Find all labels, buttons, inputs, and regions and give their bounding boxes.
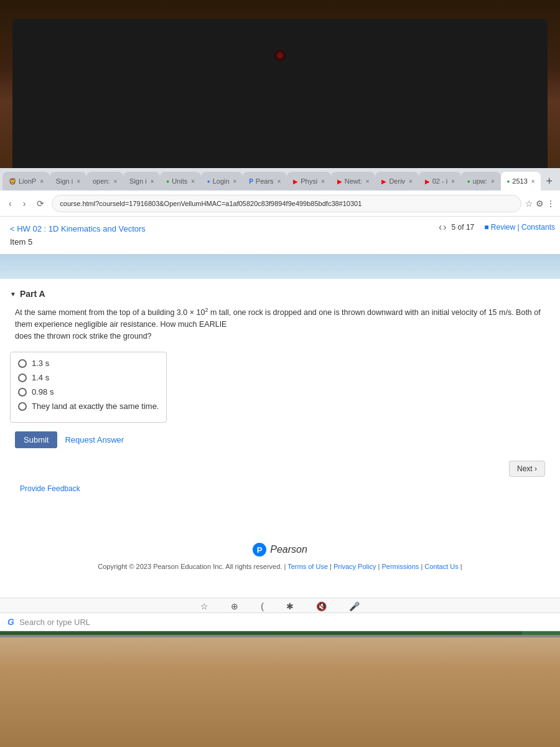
prev-arrow[interactable]: ‹ <box>439 222 442 233</box>
tab-upw[interactable]: ● upw: × <box>461 172 501 190</box>
tab-label-02i: 02 - i <box>432 177 447 185</box>
page-footer: P Pearson Copyright © 2023 Pearson Educa… <box>0 505 560 583</box>
tab-sign2[interactable]: Sign i × <box>123 172 160 190</box>
pearson-logo: P Pearson <box>10 543 550 557</box>
pearson-p-icon: P <box>253 543 266 557</box>
radio-circle-1[interactable] <box>18 359 27 368</box>
footer-links: Copyright © 2023 Pearson Education Inc. … <box>10 563 550 570</box>
tab-label-login: Login <box>213 177 230 185</box>
provide-feedback-link[interactable]: Provide Feedback <box>10 479 550 498</box>
radio-circle-2[interactable] <box>18 374 27 382</box>
tab-close-deriv[interactable]: × <box>409 178 413 185</box>
radio-circle-4[interactable] <box>18 402 27 411</box>
star-toolbar-icon[interactable]: ☆ <box>200 601 208 611</box>
tab-label-deriv: Deriv <box>389 177 405 185</box>
tab-label-newt: Newt: <box>345 177 362 185</box>
gear-toolbar-icon[interactable]: ✱ <box>286 601 294 611</box>
tab-units[interactable]: ● Units × <box>160 172 201 190</box>
tab-label-lion: LionP <box>19 177 36 185</box>
tab-label-units: Units <box>172 177 187 185</box>
tab-favicon-02i: ▶ <box>425 178 430 185</box>
radio-circle-3[interactable] <box>18 388 27 397</box>
tab-favicon-units: ● <box>166 179 169 184</box>
nav-arrows: ‹ › <box>439 222 447 233</box>
tab-02i[interactable]: ▶ 02 - i × <box>419 172 461 190</box>
next-button[interactable]: Next › <box>509 461 545 477</box>
tab-physi[interactable]: ▶ Physi × <box>287 172 331 190</box>
webcam <box>274 50 286 61</box>
extension-icon[interactable]: ⚙ <box>536 199 544 209</box>
permissions-link[interactable]: Permissions <box>381 563 419 570</box>
terms-of-use-link[interactable]: Terms of Use <box>287 563 328 570</box>
google-g-logo: G <box>7 617 14 627</box>
address-bar: ‹ › ⟳ course.html?courseld=17916803&Open… <box>0 190 560 217</box>
search-or-url-text[interactable]: Search or type URL <box>19 618 553 627</box>
item-label: Item 5 <box>0 236 560 251</box>
submit-button[interactable]: Submit <box>15 431 57 448</box>
tab-close-physi[interactable]: × <box>321 178 325 185</box>
privacy-policy-link[interactable]: Privacy Policy <box>334 563 376 570</box>
mic-toolbar-icon[interactable]: 🎤 <box>349 601 360 611</box>
radio-label-3: 0.98 s <box>32 387 54 397</box>
next-arrow[interactable]: › <box>443 222 446 233</box>
tab-login[interactable]: ● Login × <box>201 172 243 190</box>
tab-close-pears[interactable]: × <box>278 178 281 185</box>
tab-newt[interactable]: ▶ Newt: × <box>331 172 376 190</box>
tab-label-open: open: <box>93 177 110 185</box>
speaker-toolbar-icon[interactable]: 🔇 <box>316 601 327 611</box>
radio-option-4[interactable]: They land at exactly the same time. <box>18 402 159 411</box>
refresh-button[interactable]: ⟳ <box>33 196 48 211</box>
tab-favicon-2513: ● <box>507 179 510 184</box>
tab-open[interactable]: open: × <box>86 172 123 190</box>
question-text: At the same moment from the top of a bui… <box>10 306 550 342</box>
page-top-controls: ‹ › 5 of 17 Review | Constants <box>439 222 555 233</box>
url-bar[interactable]: course.html?courseld=17916803&OpenVellum… <box>52 195 521 212</box>
tab-2513[interactable]: ● 2513 × <box>501 172 541 190</box>
paren-toolbar-icon[interactable]: ( <box>261 601 264 611</box>
bookmark-icon[interactable]: ☆ <box>525 199 533 209</box>
review-text: Review | Constants <box>491 223 555 232</box>
tab-label-2513: 2513 <box>512 177 527 185</box>
tab-label-sign1: Sign i <box>56 177 73 185</box>
tab-close-newt[interactable]: × <box>366 178 370 185</box>
tab-close-lion[interactable]: × <box>40 178 44 185</box>
review-link[interactable]: Review | Constants <box>484 223 555 232</box>
tab-deriv[interactable]: ▶ Deriv × <box>375 172 418 190</box>
tab-close-upw[interactable]: × <box>491 178 495 185</box>
tab-close-02i[interactable]: × <box>451 178 455 185</box>
next-btn-container: Next › <box>10 458 550 479</box>
radio-option-2[interactable]: 1.4 s <box>18 373 159 382</box>
radio-option-1[interactable]: 1.3 s <box>18 359 159 368</box>
forward-button[interactable]: › <box>19 196 30 211</box>
tab-close-2513[interactable]: × <box>531 178 535 185</box>
radio-option-3[interactable]: 0.98 s <box>18 387 159 397</box>
tab-favicon-upw: ● <box>467 179 470 184</box>
blue-band <box>0 254 560 279</box>
address-icons: ☆ ⚙ ⋮ <box>525 199 555 209</box>
tab-sign1[interactable]: Sign i × <box>50 172 86 190</box>
part-section: ▼ Part A At the same moment from the top… <box>0 281 560 505</box>
footer-copyright: Copyright © 2023 Pearson Education Inc. … <box>98 563 282 570</box>
radio-label-2: 1.4 s <box>32 373 49 382</box>
tab-favicon-physi: ▶ <box>293 178 298 185</box>
tab-close-login[interactable]: × <box>233 178 237 185</box>
tab-lion[interactable]: 🦁 LionP × <box>2 172 50 190</box>
tab-favicon-lion: 🦁 <box>9 178 16 185</box>
back-button[interactable]: ‹ <box>5 196 16 211</box>
tab-close-sign1[interactable]: × <box>77 178 80 185</box>
request-answer-link[interactable]: Request Answer <box>65 435 124 444</box>
tab-label-physi: Physi <box>301 177 317 185</box>
part-header[interactable]: ▼ Part A <box>10 289 550 299</box>
tab-favicon-newt: ▶ <box>337 178 342 185</box>
plus-toolbar-icon[interactable]: ⊕ <box>231 601 238 611</box>
tab-label-upw: upw: <box>473 177 487 185</box>
menu-icon[interactable]: ⋮ <box>546 199 555 209</box>
tab-close-units[interactable]: × <box>191 178 195 185</box>
tab-close-open[interactable]: × <box>113 178 117 185</box>
screen-bezel <box>12 19 548 168</box>
tab-close-sign2[interactable]: × <box>151 178 154 185</box>
tab-pears[interactable]: P Pears × <box>243 172 287 190</box>
new-tab-button[interactable]: + <box>541 172 558 190</box>
tab-favicon-pears: P <box>249 178 253 185</box>
contact-us-link[interactable]: Contact Us <box>424 563 458 570</box>
